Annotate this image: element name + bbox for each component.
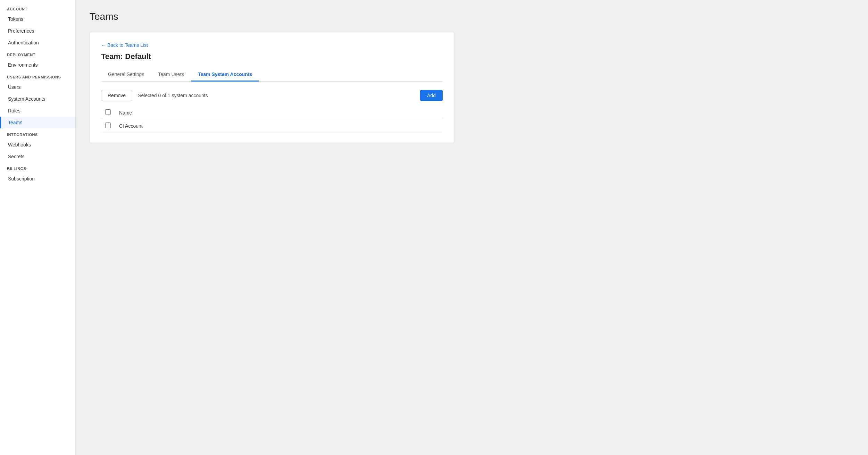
toolbar-left: Remove Selected 0 of 1 system accounts [101,90,208,101]
back-link[interactable]: ← Back to Teams List [101,42,148,48]
tab-team-users[interactable]: Team Users [151,68,191,82]
sidebar-section-account: ACCOUNT [0,3,75,13]
header-name: Name [115,107,443,119]
remove-button[interactable]: Remove [101,90,132,101]
sidebar-item-subscription[interactable]: Subscription [0,173,75,185]
toolbar: Remove Selected 0 of 1 system accounts A… [101,90,443,101]
tab-general-settings[interactable]: General Settings [101,68,151,82]
sidebar-section-deployment: DEPLOYMENT [0,49,75,59]
sidebar-item-preferences[interactable]: Preferences [0,25,75,37]
sidebar-item-authentication[interactable]: Authentication [0,37,75,49]
sidebar: ACCOUNT Tokens Preferences Authenticatio… [0,0,76,455]
page-title: Teams [90,11,854,22]
sidebar-item-secrets[interactable]: Secrets [0,151,75,162]
header-checkbox-col [101,107,115,119]
table-row: CI Account [101,119,443,133]
sidebar-item-webhooks[interactable]: Webhooks [0,139,75,151]
tabs: General Settings Team Users Team System … [101,68,443,82]
sidebar-item-environments[interactable]: Environments [0,59,75,71]
tab-team-system-accounts[interactable]: Team System Accounts [191,68,259,82]
accounts-table: Name CI Account [101,107,443,133]
selected-count-text: Selected 0 of 1 system accounts [138,93,208,98]
sidebar-item-tokens[interactable]: Tokens [0,13,75,25]
sidebar-section-billings: BILLINGS [0,162,75,173]
sidebar-item-teams[interactable]: Teams [0,117,75,128]
row-checkbox-cell [101,119,115,133]
team-card: ← Back to Teams List Team: Default Gener… [90,32,454,143]
row-checkbox[interactable] [105,123,111,128]
sidebar-item-users[interactable]: Users [0,81,75,93]
row-name: CI Account [115,119,443,133]
select-all-checkbox[interactable] [105,109,111,115]
sidebar-section-users: USERS AND PERMISSIONS [0,71,75,81]
sidebar-item-system-accounts[interactable]: System Accounts [0,93,75,105]
sidebar-item-roles[interactable]: Roles [0,105,75,117]
team-title: Team: Default [101,52,443,61]
sidebar-section-integrations: INTEGRATIONS [0,128,75,139]
add-button[interactable]: Add [420,90,443,101]
main-content: Teams ← Back to Teams List Team: Default… [76,0,868,455]
